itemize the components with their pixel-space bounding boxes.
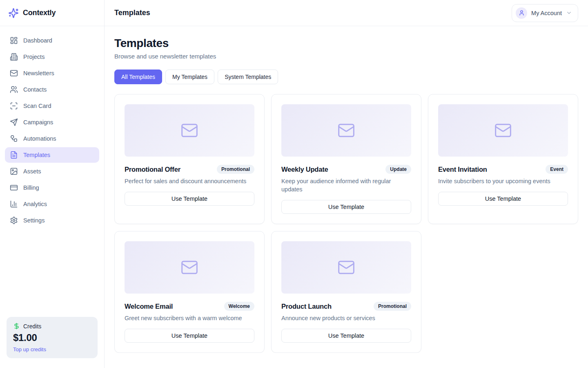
building-icon	[10, 53, 18, 61]
sidebar-item-campaigns[interactable]: Campaigns	[5, 114, 99, 130]
main-area: Templates My Account Templates Browse an…	[105, 0, 588, 368]
template-thumbnail	[125, 104, 254, 157]
template-thumbnail	[438, 104, 568, 157]
brand-name: Contextly	[23, 9, 56, 17]
my-account-button[interactable]: My Account	[512, 4, 578, 22]
template-category-badge: Promotional	[374, 302, 411, 311]
template-thumbnail	[281, 104, 411, 157]
credits-label: Credits	[23, 323, 41, 330]
use-template-button[interactable]: Use Template	[281, 200, 411, 214]
image-icon	[10, 167, 18, 175]
template-description: Invite subscribers to your upcoming even…	[438, 177, 568, 185]
template-category-badge: Update	[385, 165, 411, 174]
template-card-event-invitation: Event Invitation Event Invite subscriber…	[428, 94, 578, 224]
top-up-credits-link[interactable]: Top up credits	[13, 346, 46, 352]
template-card-promotional-offer: Promotional Offer Promotional Perfect fo…	[114, 94, 265, 224]
template-title: Welcome Email	[125, 303, 173, 310]
use-template-button[interactable]: Use Template	[281, 329, 411, 343]
page-title: Templates	[114, 37, 578, 50]
mail-icon	[337, 258, 355, 276]
templates-grid: Promotional Offer Promotional Perfect fo…	[114, 94, 578, 353]
users-icon	[10, 85, 18, 94]
template-description: Perfect for sales and discount announcem…	[125, 177, 254, 185]
mail-icon	[494, 121, 512, 139]
sparkles-icon	[8, 8, 19, 18]
page-subtitle: Browse and use newsletter templates	[114, 53, 578, 60]
template-card-product-launch: Product Launch Promotional Announce new …	[271, 231, 421, 353]
use-template-button[interactable]: Use Template	[125, 192, 254, 206]
sidebar: Contextly Dashboard Projects Newsletters…	[0, 0, 105, 368]
app-window: Contextly Dashboard Projects Newsletters…	[0, 0, 588, 368]
use-template-button[interactable]: Use Template	[125, 329, 254, 343]
scan-icon	[10, 102, 18, 110]
page-content: Templates Browse and use newsletter temp…	[105, 26, 588, 353]
mail-icon	[180, 121, 198, 139]
sidebar-item-newsletters[interactable]: Newsletters	[5, 65, 99, 81]
template-card-weekly-update: Weekly Update Update Keep your audience …	[271, 94, 421, 224]
template-description: Greet new subscribers with a warm welcom…	[125, 314, 254, 322]
sidebar-item-billing[interactable]: Billing	[5, 180, 99, 195]
dashboard-icon	[10, 36, 18, 45]
sidebar-item-templates[interactable]: Templates	[5, 147, 99, 163]
tab-system-templates[interactable]: System Templates	[218, 70, 278, 84]
template-title: Promotional Offer	[125, 166, 180, 173]
template-description: Keep your audience informed with regular…	[281, 177, 411, 193]
sidebar-item-settings[interactable]: Settings	[5, 213, 99, 228]
sidebar-nav: Dashboard Projects Newsletters Contacts …	[0, 26, 104, 228]
account-label: My Account	[531, 10, 562, 16]
credits-card: Credits $1.00 Top up credits	[7, 317, 98, 358]
tab-all-templates[interactable]: All Templates	[114, 70, 162, 84]
workflow-icon	[10, 135, 18, 143]
template-category-badge: Promotional	[217, 165, 254, 174]
dollar-icon	[13, 323, 20, 330]
file-text-icon	[10, 151, 18, 159]
credits-amount: $1.00	[13, 332, 91, 343]
top-header: Templates My Account	[105, 0, 588, 26]
mail-icon	[10, 69, 18, 77]
mail-icon	[180, 258, 198, 276]
template-category-badge: Welcome	[224, 302, 254, 311]
send-icon	[10, 118, 18, 126]
tab-my-templates[interactable]: My Templates	[165, 70, 214, 84]
bar-chart-icon	[10, 200, 18, 208]
sidebar-item-projects[interactable]: Projects	[5, 49, 99, 65]
sidebar-item-dashboard[interactable]: Dashboard	[5, 33, 99, 48]
chevron-down-icon	[566, 10, 572, 16]
use-template-button[interactable]: Use Template	[438, 192, 568, 206]
sidebar-item-contacts[interactable]: Contacts	[5, 82, 99, 97]
brand-logo: Contextly	[0, 0, 104, 26]
sidebar-item-automations[interactable]: Automations	[5, 131, 99, 146]
avatar	[516, 7, 527, 19]
sidebar-item-analytics[interactable]: Analytics	[5, 196, 99, 212]
template-title: Weekly Update	[281, 166, 328, 173]
template-thumbnail	[281, 241, 411, 294]
template-title: Event Invitation	[438, 166, 487, 173]
template-title: Product Launch	[281, 303, 332, 310]
template-description: Announce new products or services	[281, 314, 411, 322]
gear-icon	[10, 216, 18, 224]
template-card-welcome-email: Welcome Email Welcome Greet new subscrib…	[114, 231, 265, 353]
sidebar-item-scan-card[interactable]: Scan Card	[5, 98, 99, 114]
user-icon	[519, 10, 525, 16]
sidebar-item-assets[interactable]: Assets	[5, 164, 99, 179]
credit-card-icon	[10, 184, 18, 192]
template-filter-tabs: All Templates My Templates System Templa…	[114, 70, 578, 84]
mail-icon	[337, 121, 355, 139]
template-category-badge: Event	[546, 165, 568, 174]
template-thumbnail	[125, 241, 254, 294]
header-title: Templates	[114, 9, 150, 17]
